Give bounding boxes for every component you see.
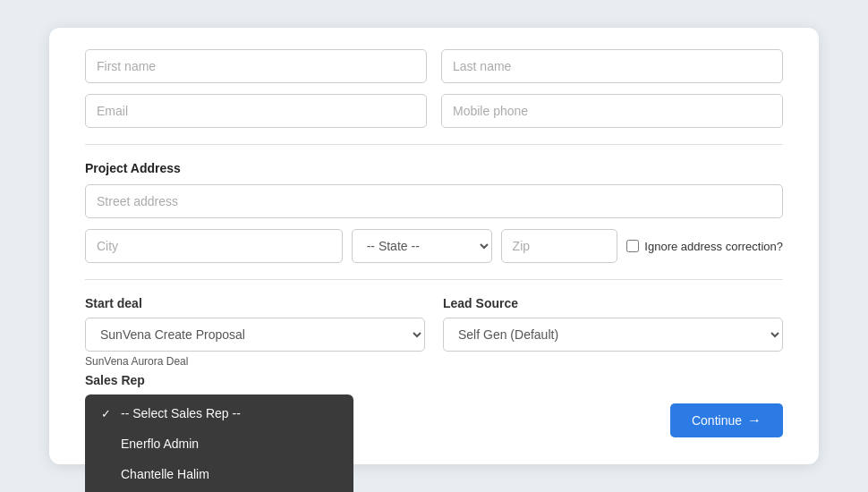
zip-input[interactable] [501, 229, 618, 263]
email-group [85, 94, 427, 128]
dropdown-list: ✓ -- Select Sales Rep -- Enerflo Admin C… [85, 394, 353, 492]
ignore-address-text: Ignore address correction? [644, 240, 783, 253]
ignore-address-checkbox[interactable] [626, 240, 639, 252]
sales-rep-row: ✓ -- Select Sales Rep -- Enerflo Admin C… [85, 394, 783, 437]
zip-group [501, 229, 618, 263]
state-group: -- State -- AL AK AZ CA TX [352, 229, 492, 263]
last-name-group [441, 49, 783, 83]
dropdown-item-select[interactable]: ✓ -- Select Sales Rep -- [85, 398, 353, 428]
continue-area: Continue → [457, 394, 783, 437]
dropdown-item-label: Enerflo Admin [121, 437, 199, 451]
divider-1 [85, 144, 783, 145]
email-input[interactable] [85, 94, 427, 128]
street-input[interactable] [85, 184, 783, 218]
contact-row [85, 94, 783, 128]
ignore-address-label[interactable]: Ignore address correction? [626, 240, 783, 253]
first-name-group [85, 49, 427, 83]
arrow-icon: → [747, 412, 762, 428]
checkmark-placeholder [101, 437, 114, 451]
sales-rep-dropdown[interactable]: ✓ -- Select Sales Rep -- Enerflo Admin C… [85, 394, 353, 492]
dropdown-item-label: Chantelle Halim [121, 467, 209, 481]
dropdown-item-label: -- Select Sales Rep -- [121, 406, 241, 420]
city-input[interactable] [85, 229, 343, 263]
divider-2 [85, 279, 783, 280]
sales-rep-label: Sales Rep [85, 373, 783, 387]
deal-row: Start deal SunVena Create Proposal SunVe… [85, 296, 783, 368]
street-row [85, 184, 783, 218]
lead-source-group: Lead Source Self Gen (Default) [443, 296, 783, 368]
start-deal-select[interactable]: SunVena Create Proposal [85, 318, 425, 352]
project-address-label: Project Address [85, 161, 783, 175]
mobile-input[interactable] [441, 94, 783, 128]
lead-source-select[interactable]: Self Gen (Default) [443, 318, 783, 352]
continue-label: Continue [692, 413, 742, 428]
start-deal-label: Start deal [85, 296, 425, 310]
aurora-deal-label: SunVena Aurora Deal [85, 355, 425, 368]
continue-button[interactable]: Continue → [670, 403, 783, 437]
state-select[interactable]: -- State -- AL AK AZ CA TX [352, 229, 492, 263]
checkmark-placeholder [101, 468, 114, 481]
first-name-input[interactable] [85, 49, 427, 83]
city-state-zip-row: -- State -- AL AK AZ CA TX Ignore addres… [85, 229, 783, 263]
street-group [85, 184, 783, 218]
last-name-input[interactable] [441, 49, 783, 83]
start-deal-group: Start deal SunVena Create Proposal SunVe… [85, 296, 425, 368]
mobile-group [441, 94, 783, 128]
dropdown-item-enerflo[interactable]: Enerflo Admin [85, 428, 353, 459]
checkmark-icon: ✓ [101, 407, 114, 420]
main-card: Project Address -- State -- AL AK AZ CA … [49, 28, 819, 464]
name-row [85, 49, 783, 83]
dropdown-item-chantelle[interactable]: Chantelle Halim [85, 459, 353, 489]
lead-source-label: Lead Source [443, 296, 783, 310]
city-group [85, 229, 343, 263]
